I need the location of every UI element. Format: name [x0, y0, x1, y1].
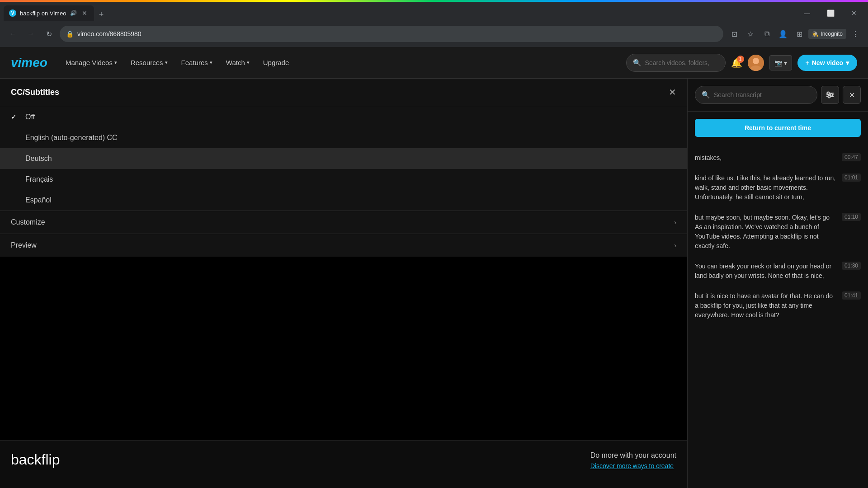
maximize-button[interactable]: ⬜	[820, 5, 841, 21]
tab-bar: V backflip on Vimeo 🔊 ✕ + — ⬜ ✕	[0, 2, 868, 21]
lock-icon: 🔒	[66, 30, 74, 38]
search-icon: 🔍	[633, 59, 642, 67]
cc-item-espanol-label: Español	[25, 196, 52, 204]
vimeo-logo[interactable]: vimeo	[11, 56, 47, 70]
cc-item-english[interactable]: English (auto-generated) CC	[0, 127, 687, 148]
transcript-time: 01:30	[842, 262, 861, 270]
camera-icon: 📷	[774, 59, 782, 66]
back-button[interactable]: ←	[5, 27, 20, 41]
cc-preview-label: Preview	[11, 241, 37, 249]
video-title: backflip	[11, 451, 60, 468]
bottom-bar: backflip Do more with your account Disco…	[0, 440, 687, 488]
forward-button[interactable]: →	[24, 27, 38, 41]
notification-badge: 1	[737, 56, 744, 63]
transcript-time: 01:10	[842, 213, 861, 221]
cc-panel-header: CC/Subtitles ✕	[0, 79, 687, 106]
transcript-entry[interactable]: kind of like us. Like this, he already l…	[688, 168, 868, 207]
browser-chrome: V backflip on Vimeo 🔊 ✕ + — ⬜ ✕ ← → ↻ 🔒 …	[0, 0, 868, 47]
video-area: CC/Subtitles ✕ ✓ Off English (auto-gener…	[0, 79, 687, 488]
nav-resources[interactable]: Resources ▾	[125, 55, 173, 70]
transcript-filter-button[interactable]	[821, 86, 839, 104]
transcript-entry[interactable]: but it is nice to have an avatar for tha…	[688, 286, 868, 325]
vimeo-header: vimeo Manage Videos ▾ Resources ▾ Featur…	[0, 47, 868, 79]
more-options-button[interactable]: ⋮	[848, 27, 863, 41]
transcript-panel: 🔍 ✕ Return to current time mistakes, 00:…	[687, 79, 868, 488]
chevron-down-icon: ▾	[247, 60, 250, 66]
cc-item-off[interactable]: ✓ Off	[0, 106, 687, 127]
chevron-right-icon: ›	[674, 219, 676, 226]
svg-point-7	[830, 94, 833, 96]
minimize-button[interactable]: —	[797, 5, 817, 21]
tab-title: backflip on Vimeo	[20, 10, 66, 17]
transcript-entry[interactable]: mistakes, 00:47	[688, 148, 868, 168]
cc-close-button[interactable]: ✕	[669, 87, 676, 98]
transcript-entry[interactable]: You can break your neck or land on your …	[688, 256, 868, 286]
do-more-link[interactable]: Discover more ways to create	[590, 462, 676, 469]
transcript-search-input[interactable]	[714, 91, 811, 99]
avatar[interactable]	[748, 55, 764, 71]
transcript-time: 01:01	[842, 174, 861, 182]
close-window-button[interactable]: ✕	[844, 5, 864, 21]
url-text: vimeo.com/868805980	[77, 30, 717, 38]
transcript-text: mistakes,	[695, 153, 836, 163]
cc-item-francais-label: Français	[25, 175, 53, 183]
cc-customize-button[interactable]: Customize ›	[0, 211, 687, 234]
new-tab-button[interactable]: +	[95, 8, 108, 21]
search-icon: 🔍	[702, 91, 710, 99]
search-bar[interactable]: 🔍	[626, 54, 726, 72]
transcript-content: mistakes, 00:47 kind of like us. Like th…	[688, 144, 868, 488]
chevron-down-icon: ▾	[210, 60, 212, 66]
transcript-search-bar[interactable]: 🔍	[695, 86, 817, 104]
main-nav: Manage Videos ▾ Resources ▾ Features ▾ W…	[60, 55, 626, 70]
bookmark-icon[interactable]: ☆	[743, 27, 758, 41]
nav-manage-videos[interactable]: Manage Videos ▾	[60, 55, 123, 70]
profile-icon[interactable]: 👤	[776, 27, 790, 41]
camera-selector[interactable]: 📷 ▾	[769, 55, 792, 70]
transcript-text: kind of like us. Like this, he already l…	[695, 174, 836, 202]
incognito-label: Incognito	[821, 31, 843, 37]
tab-favicon: V	[9, 9, 16, 17]
notification-button[interactable]: 🔔 1	[731, 57, 742, 68]
chevron-down-icon: ▾	[165, 60, 168, 66]
svg-point-1	[753, 58, 759, 64]
video-title-section: backflip	[11, 451, 60, 479]
do-more-title: Do more with your account	[590, 451, 676, 460]
cc-item-francais[interactable]: Français	[0, 169, 687, 190]
chevron-down-icon: ▾	[784, 59, 787, 66]
cc-item-english-label: English (auto-generated) CC	[25, 134, 118, 142]
extension-icon[interactable]: ⧉	[760, 27, 774, 41]
cast-icon[interactable]: ⊡	[727, 27, 741, 41]
reload-button[interactable]: ↻	[42, 27, 56, 41]
sidebar-icon[interactable]: ⊞	[792, 27, 807, 41]
plus-icon: +	[806, 59, 809, 66]
header-right: 🔍 🔔 1 📷 ▾ + New video ▾	[626, 54, 857, 72]
transcript-entry[interactable]: but maybe soon, but maybe soon. Okay, le…	[688, 207, 868, 256]
transcript-text: but it is nice to have an avatar for tha…	[695, 291, 836, 320]
chevron-down-icon: ▾	[846, 59, 849, 66]
incognito-icon: 🕵	[812, 31, 819, 37]
tab-close-button[interactable]: ✕	[80, 9, 89, 17]
chevron-down-icon: ▾	[114, 60, 117, 66]
nav-watch[interactable]: Watch ▾	[221, 55, 255, 70]
address-bar[interactable]: 🔒 vimeo.com/868805980	[60, 26, 723, 42]
transcript-text: but maybe soon, but maybe soon. Okay, le…	[695, 213, 836, 251]
transcript-close-button[interactable]: ✕	[843, 86, 861, 104]
cc-customize-label: Customize	[11, 218, 45, 226]
nav-upgrade[interactable]: Upgrade	[258, 55, 295, 70]
cc-preview-button[interactable]: Preview ›	[0, 234, 687, 257]
svg-point-6	[827, 92, 830, 94]
svg-point-8	[828, 96, 830, 98]
transcript-header: 🔍 ✕	[688, 79, 868, 112]
new-video-button[interactable]: + New video ▾	[797, 55, 857, 71]
cc-item-deutsch[interactable]: Deutsch	[0, 148, 687, 169]
nav-features[interactable]: Features ▾	[176, 55, 218, 70]
incognito-badge: 🕵 Incognito	[808, 29, 846, 39]
transcript-time: 01:41	[842, 291, 861, 300]
cc-item-espanol[interactable]: Español	[0, 190, 687, 211]
nav-actions: ⊡ ☆ ⧉ 👤 ⊞ 🕵 Incognito ⋮	[727, 27, 863, 41]
search-input[interactable]	[645, 59, 713, 66]
cc-item-deutsch-label: Deutsch	[25, 155, 52, 163]
return-to-current-time-button[interactable]: Return to current time	[695, 119, 861, 137]
main-content: CC/Subtitles ✕ ✓ Off English (auto-gener…	[0, 79, 868, 488]
active-tab[interactable]: V backflip on Vimeo 🔊 ✕	[4, 5, 94, 21]
